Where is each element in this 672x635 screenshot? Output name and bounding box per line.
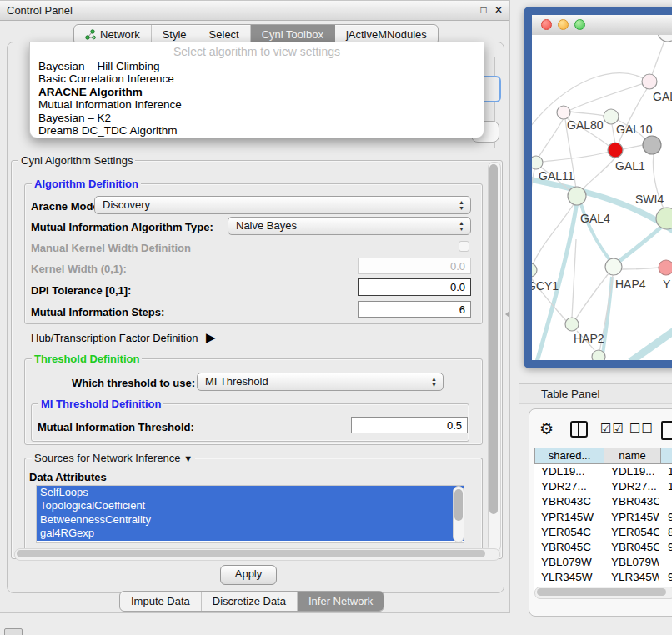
- attributes-scrollbar-thumb[interactable]: [454, 489, 463, 521]
- network-edge[interactable]: [623, 145, 643, 149]
- dropdown-item[interactable]: Bayesian – Hill Climbing: [30, 60, 484, 72]
- network-node[interactable]: [592, 350, 605, 360]
- document-icon[interactable]: [661, 421, 672, 440]
- network-node[interactable]: [643, 136, 661, 154]
- network-edge[interactable]: [570, 112, 604, 116]
- attribute-list-item[interactable]: TopologicalCoefficient: [37, 499, 464, 512]
- network-edge-highlighted[interactable]: [619, 223, 665, 262]
- close-panel-icon[interactable]: ✕: [493, 4, 504, 16]
- network-node[interactable]: [568, 187, 586, 205]
- attributes-list-scrollbar[interactable]: [453, 486, 464, 542]
- table-hscrollbar-thumb[interactable]: [537, 588, 666, 596]
- tab-infer-network[interactable]: Infer Network: [298, 592, 384, 611]
- attribute-list-item[interactable]: gal4RGexp: [37, 527, 464, 540]
- settings-hscrollbar-thumb[interactable]: [17, 550, 485, 558]
- network-node[interactable]: [532, 156, 543, 169]
- table-panel-titlebar[interactable]: Table Panel: [519, 383, 672, 404]
- network-node[interactable]: [608, 142, 623, 158]
- network-edge[interactable]: [576, 273, 609, 318]
- network-edge[interactable]: [582, 158, 615, 190]
- mac-minimize-button[interactable]: [558, 19, 569, 30]
- dpi-tolerance-field[interactable]: 0.0: [358, 278, 471, 296]
- unchecked-boxes-icon[interactable]: ☐☐: [629, 421, 654, 436]
- table-cell: YBR043C: [541, 494, 603, 509]
- aracne-mode-select[interactable]: Discovery ▲▼: [94, 196, 471, 214]
- control-panel-titlebar[interactable]: Control Panel □ ✕: [0, 1, 509, 21]
- table-row[interactable]: YER054CYER054C8.: [534, 525, 672, 540]
- table-row[interactable]: YPR145WYPR145W9.: [534, 510, 672, 525]
- mac-close-button[interactable]: [541, 19, 552, 30]
- network-node[interactable]: [659, 260, 672, 275]
- table-row[interactable]: YBR045CYBR045C9.: [534, 540, 672, 555]
- dropdown-item[interactable]: Dream8 DC_TDC Algorithm: [30, 124, 484, 137]
- attribute-list-item[interactable]: SelfLoops: [37, 486, 464, 499]
- data-attributes-list[interactable]: SelfLoopsTopologicalCoefficientBetweenne…: [36, 485, 464, 543]
- which-threshold-select[interactable]: MI Threshold ▲▼: [197, 372, 444, 391]
- mac-zoom-button[interactable]: [574, 19, 585, 30]
- node-label-gal11: GAL11: [539, 169, 574, 182]
- network-edge[interactable]: [572, 239, 576, 318]
- table-row[interactable]: YDL19...YDL19...13: [534, 464, 672, 479]
- network-node[interactable]: [656, 208, 672, 229]
- checked-boxes-icon[interactable]: ☑☑: [600, 421, 624, 436]
- table-row[interactable]: YBL079WYBL079W: [534, 555, 672, 570]
- table-row[interactable]: YDR27...YDR27...12: [534, 479, 672, 494]
- split-columns-icon[interactable]: [570, 421, 588, 438]
- dropdown-item[interactable]: Mutual Information Inference: [30, 98, 484, 111]
- table-row[interactable]: YLR345WYLR345W9.: [534, 570, 672, 585]
- apply-button[interactable]: Apply: [220, 565, 277, 585]
- network-edge[interactable]: [542, 152, 609, 162]
- network-edge[interactable]: [537, 118, 564, 160]
- column-header-a[interactable]: A: [661, 448, 672, 464]
- network-node[interactable]: [642, 74, 657, 89]
- table-body[interactable]: YDL19...YDL19...13YDR27...YDR27...12YBR0…: [534, 464, 672, 591]
- network-graph: GALGAL80GAL10GAL1GAL11SWI4GAL4GCY1HAP4YH…: [532, 35, 672, 360]
- network-icon: [85, 29, 96, 40]
- column-header-name[interactable]: name: [604, 448, 661, 464]
- table-cell: YPR145W: [611, 510, 659, 525]
- table-horizontal-scrollbar[interactable]: [534, 587, 672, 599]
- node-label-gal1: GAL1: [615, 159, 645, 172]
- network-node[interactable]: [532, 263, 537, 277]
- mi-threshold-field[interactable]: 0.5: [351, 417, 468, 433]
- network-edge[interactable]: [612, 124, 615, 143]
- float-panel-icon[interactable]: □: [478, 4, 489, 16]
- dropdown-item[interactable]: ARACNE Algorithm: [30, 86, 484, 98]
- dropdown-item[interactable]: Basic Correlation Inference: [30, 72, 484, 85]
- table-cell: YDR27...: [611, 479, 659, 494]
- column-header-shared[interactable]: shared...: [534, 448, 604, 464]
- settings-horizontal-scrollbar[interactable]: [14, 548, 500, 561]
- manual-kernel-checkbox[interactable]: [459, 241, 469, 252]
- network-edge-highlighted[interactable]: [532, 178, 672, 235]
- kernel-width-label: Kernel Width (0,1):: [31, 262, 127, 275]
- network-node[interactable]: [557, 106, 570, 119]
- network-edge[interactable]: [532, 169, 534, 264]
- attribute-list-item[interactable]: BetweennessCentrality: [37, 513, 464, 527]
- table-cell: YBR043C: [611, 494, 659, 509]
- mi-type-select[interactable]: Naive Bayes ▲▼: [228, 217, 471, 235]
- gear-icon[interactable]: ⚙: [539, 421, 554, 437]
- tab-impute-data[interactable]: Impute Data: [120, 592, 202, 611]
- network-window-titlebar[interactable]: [532, 15, 672, 36]
- network-node[interactable]: [565, 318, 579, 331]
- kernel-width-field[interactable]: 0.0: [358, 258, 471, 274]
- node-label-gal4: GAL4: [580, 212, 610, 225]
- hub-definition-expander[interactable]: Hub/Transcription Factor Definition ▶: [31, 330, 216, 345]
- settings-vertical-scrollbar[interactable]: [488, 162, 501, 552]
- table-row[interactable]: YBR043CYBR043C: [534, 494, 672, 509]
- table-cell: 9.: [668, 540, 672, 555]
- collapsed-panel-button[interactable]: [4, 628, 23, 635]
- settings-vscrollbar-thumb[interactable]: [489, 164, 498, 514]
- network-node[interactable]: [658, 35, 672, 42]
- node-label-gal80: GAL80: [567, 118, 604, 132]
- network-edge[interactable]: [621, 268, 659, 269]
- network-node[interactable]: [605, 258, 622, 275]
- dropdown-item[interactable]: Bayesian – K2: [30, 112, 484, 124]
- network-canvas[interactable]: GALGAL80GAL10GAL1GAL11SWI4GAL4GCY1HAP4YH…: [532, 35, 672, 360]
- network-edge-highlighted[interactable]: [630, 327, 672, 360]
- sources-legend[interactable]: Sources for Network Inference ▼: [32, 452, 195, 464]
- network-view-window: GALGAL80GAL10GAL1GAL11SWI4GAL4GCY1HAP4YH…: [524, 7, 672, 368]
- tab-discretize-data[interactable]: Discretize Data: [202, 592, 298, 611]
- mi-steps-field[interactable]: 6: [358, 301, 471, 318]
- split-pane-divider-arrow[interactable]: [505, 311, 509, 318]
